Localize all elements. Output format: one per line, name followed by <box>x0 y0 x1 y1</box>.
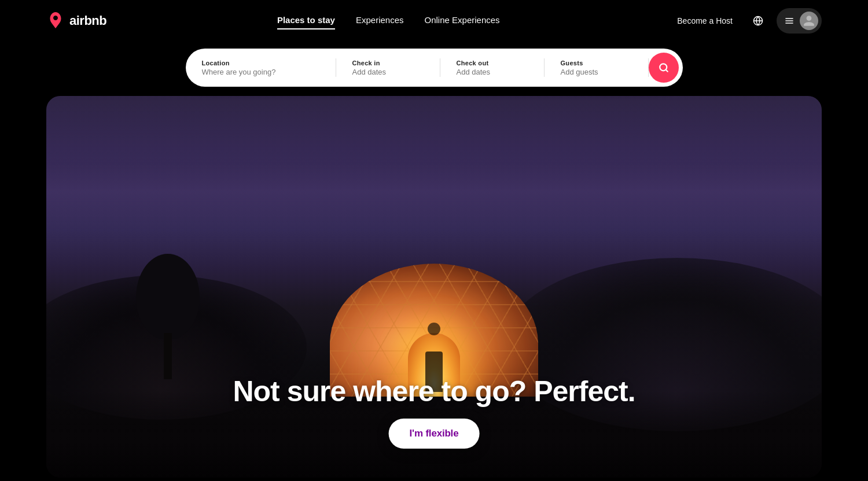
tree <box>133 275 203 379</box>
header: airbnb Places to stay Experiences Online… <box>0 0 868 42</box>
check-in-section[interactable]: Check in Add dates <box>336 49 440 87</box>
avatar <box>800 12 818 30</box>
main-nav: Places to stay Experiences Online Experi… <box>277 15 500 27</box>
nav-online-experiences[interactable]: Online Experiences <box>425 15 500 27</box>
search-icon <box>659 62 669 73</box>
check-out-value: Add dates <box>457 68 528 76</box>
header-actions: Become a Host <box>670 8 822 34</box>
tree-trunk <box>164 333 172 379</box>
language-selector-button[interactable] <box>746 9 770 32</box>
hero-section: Not sure where to go? Perfect. I'm flexi… <box>46 96 822 478</box>
hero-headline: Not sure where to go? Perfect. <box>233 375 635 408</box>
hero-text: Not sure where to go? Perfect. <box>233 375 635 408</box>
guests-section[interactable]: Guests Add guests <box>545 49 649 87</box>
flexible-button[interactable]: I'm flexible <box>389 419 480 449</box>
menu-profile-button[interactable] <box>777 8 822 34</box>
hamburger-icon <box>785 16 794 25</box>
search-button[interactable] <box>649 53 679 83</box>
become-host-link[interactable]: Become a Host <box>670 12 740 30</box>
guests-value: Add guests <box>561 68 632 76</box>
globe-icon <box>753 16 763 26</box>
logo[interactable]: airbnb <box>46 12 106 30</box>
person-head <box>428 323 440 335</box>
location-section[interactable]: Location <box>186 49 336 87</box>
location-label: Location <box>202 60 320 66</box>
airbnb-logo-icon <box>46 12 65 30</box>
guests-label: Guests <box>561 60 632 66</box>
search-bar-container: Location Check in Add dates Check out Ad… <box>0 42 868 96</box>
hero-background: Not sure where to go? Perfect. I'm flexi… <box>46 96 822 478</box>
tree-canopy <box>130 246 205 339</box>
search-bar: Location Check in Add dates Check out Ad… <box>186 49 683 87</box>
logo-text: airbnb <box>69 13 106 28</box>
location-input[interactable] <box>202 68 320 76</box>
user-icon <box>803 14 815 27</box>
hero-cta-container: I'm flexible <box>389 419 480 449</box>
check-in-label: Check in <box>352 60 424 66</box>
nav-places-to-stay[interactable]: Places to stay <box>277 15 335 27</box>
check-out-section[interactable]: Check out Add dates <box>440 49 545 87</box>
check-out-label: Check out <box>457 60 528 66</box>
check-in-value: Add dates <box>352 68 424 76</box>
svg-line-6 <box>665 69 667 71</box>
nav-experiences[interactable]: Experiences <box>356 15 404 27</box>
dome-structure <box>324 246 544 397</box>
